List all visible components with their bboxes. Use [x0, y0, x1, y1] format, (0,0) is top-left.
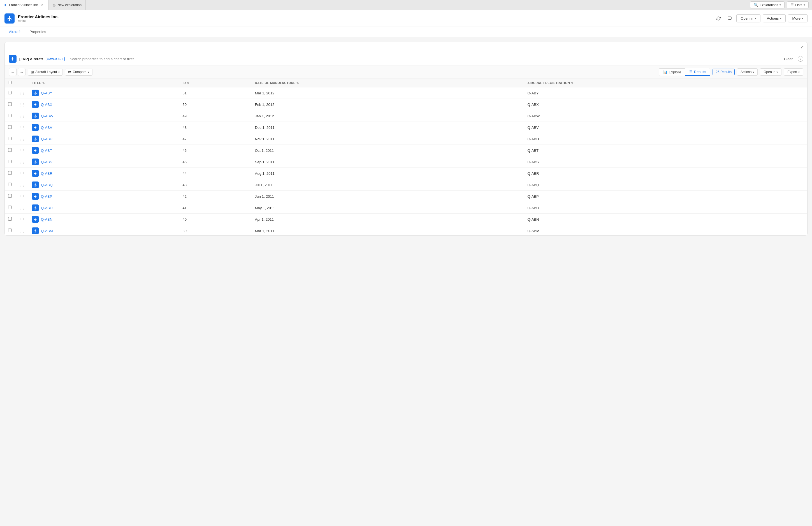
row-title[interactable]: Q-ABS [29, 156, 179, 168]
actions-button[interactable]: Actions ▾ [763, 14, 786, 23]
row-checkbox[interactable] [8, 229, 12, 232]
explore-button[interactable]: 📊 Explore [659, 68, 685, 76]
export-button[interactable]: Export ▾ [784, 68, 803, 76]
main-content: ⤢ [FRP] Aircraft SAVED SET Clear ? ← → ⊞ [0, 37, 812, 240]
row-checkbox-cell[interactable] [5, 99, 15, 111]
table-actions-button[interactable]: Actions ▾ [737, 68, 758, 76]
row-date: Apr 1, 2011 [251, 214, 524, 225]
row-checkbox[interactable] [8, 160, 12, 163]
tab-close-frontier[interactable]: ✕ [40, 3, 44, 7]
back-button[interactable]: ← [9, 68, 16, 76]
row-title[interactable]: Q-ABT [29, 145, 179, 156]
row-registration: Q-ABU [524, 133, 807, 145]
aircraft-link[interactable]: Q-ABV [32, 124, 176, 131]
layout-button[interactable]: ⊞ Aircraft Layout ▾ [28, 69, 63, 76]
th-id[interactable]: ID ⇅ [179, 78, 251, 87]
row-title[interactable]: Q-ABY [29, 87, 179, 99]
open-in-button[interactable]: Open in ▾ [736, 14, 760, 23]
row-checkbox[interactable] [8, 171, 12, 175]
row-checkbox-cell[interactable] [5, 122, 15, 133]
row-checkbox[interactable] [8, 206, 12, 209]
aircraft-link[interactable]: Q-ABP [32, 193, 176, 200]
aircraft-row-icon [32, 181, 39, 188]
plane-row-icon [33, 206, 37, 210]
th-title[interactable]: TITLE ⇅ [29, 78, 179, 87]
row-title[interactable]: Q-ABQ [29, 179, 179, 191]
row-checkbox-cell[interactable] [5, 133, 15, 145]
row-title[interactable]: Q-ABN [29, 214, 179, 225]
row-id: 50 [179, 99, 251, 111]
aircraft-link[interactable]: Q-ABY [32, 90, 176, 96]
aircraft-link[interactable]: Q-ABU [32, 135, 176, 142]
row-checkbox[interactable] [8, 182, 12, 186]
row-title[interactable]: Q-ABM [29, 225, 179, 236]
tab-aircraft[interactable]: Aircraft [4, 27, 25, 37]
tab-properties[interactable]: Properties [25, 27, 50, 37]
refresh-button[interactable] [714, 14, 723, 23]
id-sort-icon[interactable]: ⇅ [187, 82, 189, 85]
aircraft-link[interactable]: Q-ABO [32, 204, 176, 211]
tab-new-exploration[interactable]: ⊕ New exploration [48, 0, 86, 10]
aircraft-link[interactable]: Q-ABT [32, 147, 176, 154]
aircraft-link[interactable]: Q-ABQ [32, 181, 176, 188]
row-checkbox[interactable] [8, 102, 12, 106]
row-checkbox-cell[interactable] [5, 87, 15, 99]
aircraft-link[interactable]: Q-ABS [32, 159, 176, 165]
row-checkbox-cell[interactable] [5, 179, 15, 191]
row-checkbox-cell[interactable] [5, 145, 15, 156]
row-checkbox-cell[interactable] [5, 225, 15, 236]
row-checkbox[interactable] [8, 137, 12, 140]
aircraft-link[interactable]: Q-ABN [32, 216, 176, 223]
search-input[interactable] [68, 56, 779, 62]
compare-button[interactable]: ⇄ Compare ▾ [65, 69, 92, 76]
row-title[interactable]: Q-ABR [29, 168, 179, 179]
row-title[interactable]: Q-ABU [29, 133, 179, 145]
row-checkbox-cell[interactable] [5, 111, 15, 122]
explorations-button[interactable]: 🔍 Explorations ▾ [750, 1, 785, 9]
help-button[interactable]: ? [798, 56, 803, 62]
more-button[interactable]: More ▾ [788, 14, 808, 23]
row-checkbox-cell[interactable] [5, 168, 15, 179]
aircraft-link[interactable]: Q-ABM [32, 228, 176, 234]
row-title[interactable]: Q-ABW [29, 111, 179, 122]
table-wrap[interactable]: TITLE ⇅ ID ⇅ DATE OF MANUFACTURE ⇅ AIR [5, 78, 807, 235]
row-checkbox[interactable] [8, 125, 12, 129]
th-aircraft-registration[interactable]: AIRCRAFT REGISTRATION ⇅ [524, 78, 807, 87]
select-all-checkbox[interactable] [8, 81, 12, 84]
row-checkbox[interactable] [8, 148, 12, 152]
row-checkbox[interactable] [8, 217, 12, 221]
row-checkbox[interactable] [8, 91, 12, 94]
plane-row-icon [33, 194, 37, 198]
tab-frontier[interactable]: ✈ Frontier Airlines Inc. ✕ [0, 0, 48, 10]
row-checkbox[interactable] [8, 114, 12, 117]
th-date-of-manufacture[interactable]: DATE OF MANUFACTURE ⇅ [251, 78, 524, 87]
row-date: Feb 1, 2012 [251, 99, 524, 111]
th-select-all[interactable] [5, 78, 15, 87]
date-sort-icon[interactable]: ⇅ [296, 82, 299, 85]
results-count-badge[interactable]: 26 Results [712, 69, 735, 75]
row-title[interactable]: Q-ABV [29, 122, 179, 133]
title-sort-icon[interactable]: ⇅ [42, 82, 45, 85]
row-checkbox-cell[interactable] [5, 191, 15, 202]
row-title[interactable]: Q-ABO [29, 202, 179, 214]
row-title[interactable]: Q-ABP [29, 191, 179, 202]
reg-sort-icon[interactable]: ⇅ [571, 82, 574, 85]
aircraft-title: Q-ABU [41, 137, 53, 141]
clear-button[interactable]: Clear [782, 56, 795, 62]
aircraft-link[interactable]: Q-ABW [32, 113, 176, 119]
results-button[interactable]: ☰ Results [685, 68, 710, 76]
comment-button[interactable] [725, 14, 734, 23]
lists-button[interactable]: ☰ Lists ▾ [787, 1, 809, 9]
expand-icon[interactable]: ⤢ [800, 44, 804, 49]
row-title[interactable]: Q-ABX [29, 99, 179, 111]
table-open-in-button[interactable]: Open in ▾ [760, 68, 781, 76]
row-checkbox-cell[interactable] [5, 156, 15, 168]
filter-label: [FRP] Aircraft [19, 57, 43, 61]
row-checkbox-cell[interactable] [5, 214, 15, 225]
aircraft-link[interactable]: Q-ABR [32, 170, 176, 177]
aircraft-link[interactable]: Q-ABX [32, 101, 176, 108]
row-checkbox[interactable] [8, 194, 12, 198]
row-checkbox-cell[interactable] [5, 202, 15, 214]
table-head: TITLE ⇅ ID ⇅ DATE OF MANUFACTURE ⇅ AIR [5, 78, 807, 87]
forward-button[interactable]: → [18, 68, 26, 76]
